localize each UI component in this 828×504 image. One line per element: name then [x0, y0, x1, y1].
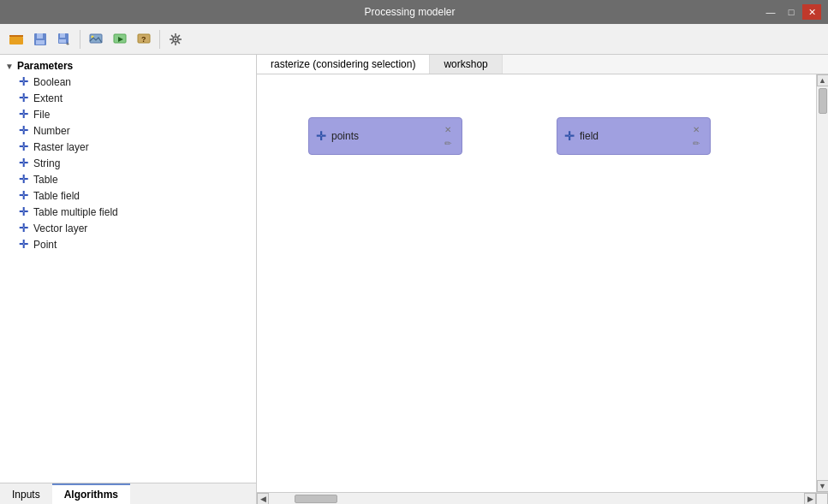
canvas-scroll-area[interactable]: ✛ points ✕ ✏ ✛ field — [257, 74, 816, 492]
export-image-button[interactable] — [85, 28, 107, 50]
open-button[interactable] — [5, 28, 27, 50]
sidebar-item-boolean[interactable]: ✛ Boolean — [0, 74, 256, 90]
sidebar-item-extent[interactable]: ✛ Extent — [0, 90, 256, 106]
node-points-plus-icon: ✛ — [316, 129, 326, 143]
sidebar-item-table[interactable]: ✛ Table — [0, 171, 256, 187]
canvas-area: rasterize (considering selection) worksh… — [257, 55, 828, 504]
sidebar-item-table-field[interactable]: ✛ Table field — [0, 187, 256, 204]
vscroll-track[interactable] — [817, 86, 828, 480]
help-icon: ? — [136, 32, 152, 47]
svg-rect-5 — [36, 40, 45, 44]
toolbar: + ? — [0, 24, 828, 55]
hscroll-right-button[interactable]: ▶ — [804, 493, 816, 505]
sidebar-item-file[interactable]: ✛ File — [0, 106, 256, 122]
plus-icon-table-multiple-field: ✛ — [19, 205, 28, 218]
node-points-inner: ✛ points — [316, 129, 359, 143]
plus-icon-point: ✛ — [19, 238, 28, 251]
hscroll-corner — [816, 493, 828, 505]
sidebar-item-label-string: String — [33, 157, 60, 169]
plus-icon-vector-layer: ✛ — [19, 222, 28, 234]
tab-algorithms[interactable]: Algorithms — [52, 483, 130, 504]
hscroll-thumb[interactable] — [295, 495, 337, 503]
plus-icon-table-field: ✛ — [19, 189, 28, 202]
toolbar-sep-2 — [159, 30, 160, 49]
sidebar-item-label-table-field: Table field — [33, 190, 80, 202]
svg-rect-4 — [37, 33, 43, 39]
sidebar-item-number[interactable]: ✛ Number — [0, 122, 256, 139]
node-field-edit-icon[interactable]: ✏ — [689, 137, 703, 149]
node-points[interactable]: ✛ points ✕ ✏ — [308, 117, 462, 155]
folder-icon — [9, 32, 24, 47]
sidebar-item-raster-layer[interactable]: ✛ Raster layer — [0, 139, 256, 155]
node-field-label: field — [580, 130, 599, 142]
node-points-actions: ✕ ✏ — [441, 123, 455, 149]
plus-icon-table: ✛ — [19, 173, 28, 186]
sidebar-item-point[interactable]: ✛ Point — [0, 236, 256, 252]
main-content: ▼ Parameters ✛ Boolean ✛ Extent ✛ File ✛… — [0, 55, 828, 504]
svg-line-22 — [171, 35, 173, 37]
canvas-wrapper: ✛ points ✕ ✏ ✛ field — [257, 74, 828, 492]
save-as-icon: + — [57, 32, 72, 47]
vscroll-up-button[interactable]: ▲ — [817, 74, 829, 86]
run-button[interactable] — [109, 28, 131, 50]
node-field-inner: ✛ field — [564, 129, 599, 143]
svg-point-17 — [175, 38, 176, 39]
sidebar-item-vector-layer[interactable]: ✛ Vector layer — [0, 220, 256, 236]
window-title: Processing modeler — [58, 6, 761, 18]
node-points-label: points — [331, 130, 359, 142]
settings-button[interactable] — [164, 28, 187, 50]
sidebar-item-label-table: Table — [33, 174, 58, 186]
tree-expand-arrow: ▼ — [5, 62, 14, 71]
sidebar-item-label-raster-layer: Raster layer — [33, 141, 89, 153]
left-panel: ▼ Parameters ✛ Boolean ✛ Extent ✛ File ✛… — [0, 55, 257, 504]
sidebar-item-string[interactable]: ✛ String — [0, 155, 256, 171]
tree-root-label: Parameters — [17, 60, 73, 72]
plus-icon-raster-layer: ✛ — [19, 140, 28, 153]
sidebar-item-label-number: Number — [33, 125, 70, 137]
help-button[interactable]: ? — [133, 28, 155, 50]
save-button[interactable] — [29, 28, 51, 50]
save-icon — [33, 32, 48, 47]
bottom-tabs: Inputs Algorithms — [0, 483, 256, 504]
save-as-button[interactable]: + — [53, 28, 75, 50]
sidebar-item-label-file: File — [33, 109, 50, 121]
sidebar-item-table-multiple-field[interactable]: ✛ Table multiple field — [0, 204, 256, 220]
svg-rect-10 — [90, 34, 102, 43]
canvas-tabs: rasterize (considering selection) worksh… — [257, 55, 828, 74]
node-field-actions: ✕ ✏ — [689, 123, 703, 149]
vscroll-down-button[interactable]: ▼ — [817, 480, 829, 492]
tree-root-parameters[interactable]: ▼ Parameters — [0, 58, 256, 74]
svg-rect-1 — [9, 37, 23, 44]
hscroll-left-button[interactable]: ◀ — [257, 493, 269, 505]
node-points-edit-icon[interactable]: ✏ — [441, 137, 455, 149]
title-bar: Processing modeler — □ ✕ — [0, 0, 828, 24]
node-points-close-icon[interactable]: ✕ — [441, 123, 455, 135]
node-field-close-icon[interactable]: ✕ — [689, 123, 703, 135]
svg-text:+: + — [66, 41, 69, 47]
canvas-tab-workshop[interactable]: workshop — [430, 55, 502, 74]
close-button[interactable]: ✕ — [802, 4, 821, 20]
svg-line-24 — [178, 35, 180, 37]
sidebar-item-label-table-multiple-field: Table multiple field — [33, 206, 118, 218]
plus-icon-boolean: ✛ — [19, 75, 28, 88]
horizontal-scrollbar: ◀ ▶ — [257, 492, 828, 504]
sidebar-item-label-point: Point — [33, 239, 57, 251]
svg-line-23 — [178, 41, 180, 43]
svg-rect-7 — [60, 33, 65, 38]
hscroll-track[interactable] — [269, 493, 804, 504]
tab-inputs[interactable]: Inputs — [0, 483, 52, 504]
sidebar-item-label-extent: Extent — [33, 92, 63, 104]
window-controls: — □ ✕ — [761, 4, 821, 20]
svg-rect-2 — [9, 35, 23, 37]
plus-icon-extent: ✛ — [19, 92, 28, 104]
canvas: ✛ points ✕ ✏ ✛ field — [257, 74, 816, 492]
minimize-button[interactable]: — — [761, 4, 780, 20]
vertical-scrollbar: ▲ ▼ — [816, 74, 828, 492]
plus-icon-number: ✛ — [19, 124, 28, 137]
vscroll-thumb[interactable] — [819, 88, 827, 114]
maximize-button[interactable]: □ — [782, 4, 801, 20]
svg-text:?: ? — [141, 35, 146, 44]
canvas-tab-rasterize[interactable]: rasterize (considering selection) — [257, 55, 430, 74]
svg-rect-8 — [59, 39, 66, 43]
node-field[interactable]: ✛ field ✕ ✏ — [557, 117, 711, 155]
